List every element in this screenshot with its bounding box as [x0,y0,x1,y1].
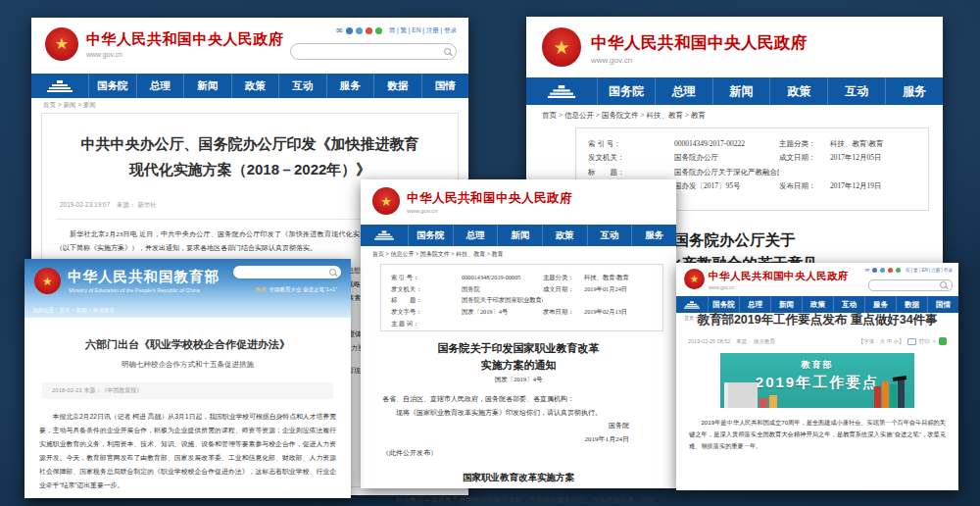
breadcrumb[interactable]: 首页 > 信息公开 > 国务院文件 > 科技、教育 > 教育 [542,111,706,121]
nav-interact[interactable]: 互动 [587,225,632,246]
language-login-links[interactable]: 简 | 繁 | EN | 注册 | 登录 [906,268,953,273]
nav-state-council[interactable]: 国务院 [708,296,739,313]
breadcrumb[interactable]: 首页 > 信息公开 > 国务院文件 > 科技、教育 > 教育 [372,250,504,259]
site-title: 中华人民共和国中央人民政府 [86,30,284,49]
wechat-icon[interactable] [896,268,901,273]
nav-services[interactable]: 服务 [885,77,943,105]
nav-interact[interactable]: 互动 [833,296,864,313]
home-tiananmen-icon[interactable] [526,77,597,105]
nav-policy[interactable]: 政策 [769,77,827,105]
article-source: 来源： 新华社 [117,201,157,208]
article-paragraph: 2019年是中华人民共和国成立70周年，是全面建成小康社会、实现第一个百年奋斗目… [689,417,946,452]
table-value: 科技、教育\教育 [584,272,653,283]
nav-state-council[interactable]: 国务院 [408,225,453,246]
nav-news[interactable]: 新闻 [712,77,770,105]
moe-title-en: Ministry of Education of the People's Re… [69,287,200,293]
nav-policy[interactable]: 政策 [231,74,279,98]
search-input[interactable] [233,266,341,278]
mail-icon[interactable]: ✉ [336,27,343,35]
site-url-link[interactable]: www.gov.cn [709,284,849,290]
wechat-share-icon[interactable] [939,337,947,345]
nav-data[interactable]: 数据 [896,296,927,313]
site-url-link[interactable]: www.gov.cn [407,208,572,214]
article-title: 中共中央办公厅、国务院办公厅印发《加快推进教育现代化实施方案（2018－2022… [79,131,420,181]
rss-icon[interactable] [346,27,353,34]
document-info-table: 索 引 号：000014348/2019-00005主题分类：科技、教育\教育 … [380,264,663,331]
nav-services[interactable]: 服务 [326,74,374,98]
nav-policy[interactable]: 政策 [542,225,587,246]
emblem-star-icon: ★ [380,195,392,208]
moe-header: ★ 中华人民共和国教育部 Ministry of Education of th… [24,259,351,318]
site-title: 中华人民共和国中央人民政府 [407,190,572,207]
banner-line1: 教育部 [720,359,914,372]
hot-words[interactable]: 热词全国教育大会 奋进之笔“1+1” [255,286,337,293]
print-button[interactable]: 打印 [919,338,930,345]
home-tiananmen-icon[interactable] [31,74,88,98]
gov-nav: 国务院 总理 新闻 政策 互动 服务 [526,77,943,105]
gov-nav: 国务院 总理 新闻 政策 互动 服务 [361,225,676,246]
nav-premier[interactable]: 总理 [136,74,184,98]
nav-national[interactable]: 国情 [927,296,958,313]
search-icon[interactable] [329,269,336,276]
search-icon[interactable] [940,281,947,288]
mail-icon[interactable]: ✉ [865,268,869,273]
site-url-link[interactable]: www.gov.cn [591,56,808,65]
weibo-icon[interactable] [888,268,893,273]
table-value: 000014349/2017-00222 [674,137,779,151]
article-date: 2019-02-25 08:52 [688,338,730,344]
search-input[interactable] [290,43,457,60]
print-icon[interactable] [907,338,916,345]
table-label: 发文机关： [588,151,674,165]
window-gov-doc-2019: ★ 中华人民共和国中央人民政府 www.gov.cn 国务院 总理 新闻 政策 … [361,179,676,488]
banner-books-illustration [874,386,881,408]
nav-premier[interactable]: 总理 [655,77,712,105]
table-label: 主 题 词： [391,318,462,329]
nav-services[interactable]: 服务 [631,225,676,246]
nav-premier[interactable]: 总理 [739,296,770,313]
nav-interact[interactable]: 互动 [827,77,885,105]
public-note: （此件公开发布） [382,447,655,461]
site-url-link[interactable]: www.gov.cn [86,51,284,58]
document-body: 各省、自治区、直辖市人民政府，国务院各部委、各直属机构： 现将《国家职业教育改革… [382,393,655,506]
weibo-icon[interactable] [366,27,372,34]
font-size-control[interactable]: 【字体：大 中 小】 [858,338,905,345]
breadcrumb[interactable]: 首页 > 新闻 > 要闻 [43,101,96,110]
table-label: 索 引 号： [588,137,674,151]
gov-header: ★ 中华人民共和国中央人民政府 www.gov.cn [361,179,676,225]
nav-interact[interactable]: 互动 [278,74,326,98]
table-value: 国务院关于印发国家职业教育改革实施方案的通知 [462,294,543,306]
search-input[interactable] [868,279,953,291]
search-icon[interactable] [444,48,451,55]
table-label: 成文日期： [779,151,830,165]
banner-books-illustration [898,379,905,408]
gov-nav: 国务院 总理 新闻 政策 互动 服务 数据 国情 [31,74,468,98]
nav-state-council[interactable]: 国务院 [597,77,655,105]
document-paragraph: 职业教育与普通教育是两种不同教育类型，具有同等重要地位。改革开放以来，职业教育为… [382,494,655,506]
nav-state-council[interactable]: 国务院 [88,74,136,98]
home-tiananmen-icon[interactable] [361,225,408,246]
nav-news[interactable]: 新闻 [770,296,802,313]
nav-data[interactable]: 数据 [373,74,421,98]
mobile-icon[interactable] [356,27,363,34]
table-value: 2017年12月05日 [830,151,916,165]
breadcrumb[interactable]: 当前位置：首页 > 新闻 > 媒体聚焦 [32,307,115,314]
table-value: 国务院 [462,283,543,295]
nav-services[interactable]: 服务 [864,296,896,313]
nav-policy[interactable]: 政策 [802,296,833,313]
mobile-icon[interactable] [880,268,885,273]
wechat-icon[interactable] [375,27,382,34]
nav-premier[interactable]: 总理 [453,225,498,246]
rss-icon[interactable] [872,268,877,273]
nav-news[interactable]: 新闻 [497,225,542,246]
gov-nav: 国务院 总理 新闻 政策 互动 服务 数据 国情 [676,296,958,313]
home-tiananmen-icon[interactable] [676,296,708,313]
banner-illustration [760,398,767,408]
table-value: 国务院办公厅关于深化产教融合的若干意见 [674,166,779,179]
language-login-links[interactable]: 简 | 繁 | EN | 注册 | 登录 [389,26,457,35]
article-subtitle: 明确七种校企合作方式和十五条促进措施 [24,360,351,370]
nav-news[interactable]: 新闻 [183,74,231,98]
nav-national[interactable]: 国情 [421,74,469,98]
share-icon[interactable]: < [933,338,936,344]
breadcrumb[interactable]: 首页 > 新闻 > 部门新闻 [684,315,734,321]
article-source: 来源： 微言教育 [736,338,775,344]
